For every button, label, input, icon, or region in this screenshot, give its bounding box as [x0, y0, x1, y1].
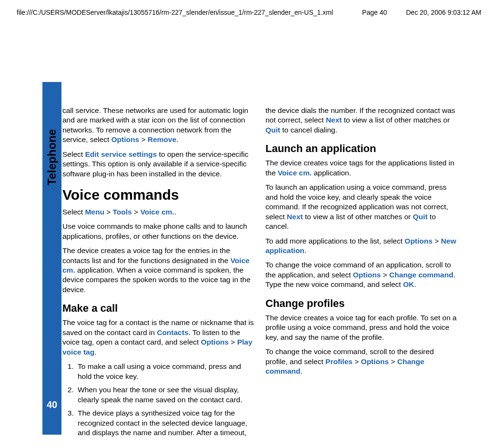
body-text: the device dials the number. If the reco… — [265, 106, 457, 135]
link-quit: Quit — [413, 213, 427, 221]
body-text: To change the voice command of an applic… — [265, 260, 457, 289]
body-text: Select Edit service settings to open the… — [62, 150, 254, 179]
link-options: Options — [201, 338, 229, 346]
link-contacts: Contacts — [157, 328, 188, 336]
page: file:///C:/USERS/MODEServer/lkatajis/130… — [0, 0, 498, 448]
heading-change-profiles: Change profiles — [265, 296, 457, 310]
link-edit-service-settings: Edit service settings — [85, 150, 157, 158]
link-tools: Tools — [113, 208, 132, 216]
link-next: Next — [287, 213, 303, 221]
list-item: When you hear the tone or see the visual… — [76, 385, 254, 405]
list-item: The device plays a synthesized voice tag… — [76, 408, 254, 438]
link-change-command: Change command — [389, 271, 453, 279]
left-column: call service. These networks are used fo… — [62, 106, 254, 441]
link-voice-cm: Voice cm. — [278, 169, 312, 177]
heading-voice-commands: Voice commands — [62, 185, 254, 204]
body-text: To change the voice command, scroll to t… — [265, 347, 457, 376]
header-page: Page 40 — [362, 9, 387, 16]
link-options: Options — [112, 135, 140, 143]
body-text: Select Menu > Tools > Voice cm.. — [62, 207, 254, 217]
body-text: To add more applications to the list, se… — [265, 236, 457, 256]
link-menu: Menu — [85, 208, 104, 216]
link-profiles: Profiles — [325, 357, 353, 366]
heading-make-a-call: Make a call — [62, 301, 254, 315]
link-next: Next — [326, 116, 342, 124]
link-voice-cm: Voice cm. — [140, 208, 174, 216]
right-column: the device dials the number. If the reco… — [265, 106, 457, 441]
body-text: Use voice commands to make phone calls a… — [62, 222, 254, 241]
link-options: Options — [361, 357, 389, 366]
body-text: call service. These networks are used fo… — [62, 106, 254, 145]
page-number: 40 — [42, 399, 61, 410]
body-text: The device creates a voice tag for the e… — [62, 246, 254, 295]
body-text: The device creates a voice tag for each … — [265, 313, 457, 342]
heading-launch-application: Launch an application — [265, 142, 457, 155]
link-remove: Remove — [148, 135, 176, 143]
header-path: file:///C:/USERS/MODEServer/lkatajis/130… — [17, 9, 333, 16]
header-date: Dec 20, 2006 9:03:12 AM — [406, 9, 481, 16]
list-item: To make a call using a voice command, pr… — [76, 362, 254, 381]
numbered-steps: To make a call using a voice command, pr… — [62, 362, 254, 438]
link-options: Options — [405, 237, 433, 245]
body-text: The device creates voice tags for the ap… — [265, 158, 457, 178]
content-columns: call service. These networks are used fo… — [62, 106, 457, 441]
body-text: To launch an application using a voice c… — [265, 183, 457, 231]
link-quit: Quit — [265, 126, 280, 134]
link-ok: OK — [403, 280, 414, 288]
link-options: Options — [353, 271, 381, 279]
print-header: file:///C:/USERS/MODEServer/lkatajis/130… — [17, 9, 481, 16]
side-tab-label: Telephone — [42, 114, 61, 200]
body-text: The voice tag for a contact is the name … — [62, 318, 254, 357]
